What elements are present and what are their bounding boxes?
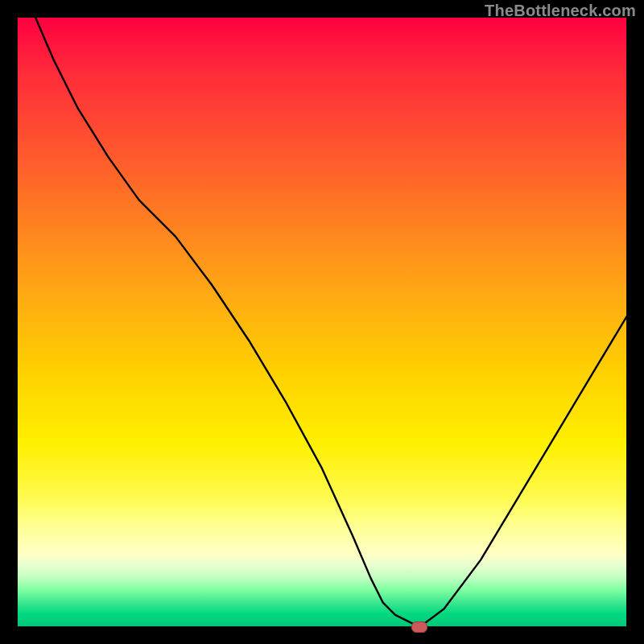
watermark-text: TheBottleneck.com: [485, 2, 636, 20]
optimal-point-marker: [411, 621, 427, 633]
plot-background: [17, 17, 627, 627]
bottleneck-chart: TheBottleneck.com: [0, 0, 644, 644]
